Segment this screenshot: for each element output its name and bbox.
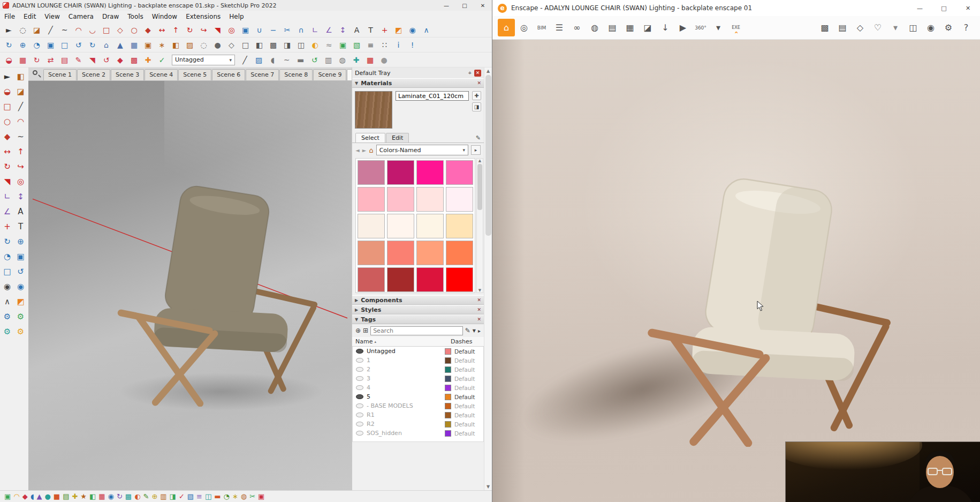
front-view-icon[interactable]: ⌂ (100, 38, 113, 51)
tags-search-input[interactable] (370, 326, 463, 335)
next-view-icon[interactable]: ↻ (86, 38, 99, 51)
x-ray-icon[interactable]: ◫ (294, 38, 308, 51)
visibility-eye-icon[interactable] (356, 394, 363, 399)
tag-color-swatch[interactable] (445, 430, 451, 437)
scroll-thumb[interactable] (485, 75, 491, 236)
back-arrow-icon[interactable]: ◄ (355, 147, 360, 153)
tags-close-icon[interactable]: ✕ (477, 317, 481, 322)
projected-texture-icon[interactable]: ▤ (58, 53, 71, 66)
arc-tool-icon[interactable]: ◠ (72, 23, 85, 36)
extension-icon[interactable]: ◆ (22, 492, 28, 500)
previous-view-icon[interactable]: ↺ (14, 264, 27, 279)
minimize-button[interactable]: — (908, 0, 932, 16)
chevron-down-icon[interactable]: ▼ (355, 317, 358, 322)
materials-section-header[interactable]: ▼ Materials ✕ (352, 78, 484, 88)
color-swatch[interactable] (358, 241, 385, 265)
solid-inspector-icon[interactable]: ◍ (336, 53, 349, 66)
enscape-titlebar[interactable]: e Enscape - ADALYN LOUNGE CHAIR (SWAN) L… (492, 0, 980, 16)
create-material-button[interactable]: ✚ (472, 91, 481, 100)
purge-tags-icon[interactable]: ✎ (465, 327, 470, 334)
color-swatch[interactable] (416, 214, 444, 238)
tag-color-swatch[interactable] (445, 421, 451, 428)
visibility-eye-icon[interactable] (356, 376, 363, 381)
iso-view-icon[interactable]: ▲ (113, 38, 127, 51)
clean-up-icon[interactable]: ✚ (350, 53, 363, 66)
menu-item[interactable]: Draw (98, 13, 123, 20)
model-stats-icon[interactable]: ▥ (322, 53, 335, 66)
color-swatch[interactable] (446, 187, 473, 212)
close-button[interactable]: ✕ (474, 0, 492, 11)
swatch-scrollbar[interactable]: ▲ ▼ (476, 158, 483, 293)
curic-align-icon[interactable]: ⚙ (1, 309, 14, 324)
model-viewport[interactable] (28, 81, 352, 490)
fog-icon[interactable]: ≈ (322, 38, 336, 51)
offset-tool-icon[interactable]: ◎ (225, 23, 238, 36)
look-around-icon[interactable]: ◉ (406, 23, 419, 36)
minimize-button[interactable]: — (437, 0, 455, 11)
scale-tool-icon[interactable]: ◥ (1, 174, 14, 189)
tab-edit[interactable]: Edit (386, 133, 409, 143)
solid-intersect-icon[interactable]: ∩ (294, 23, 308, 36)
three-d-text-icon[interactable]: T (364, 23, 377, 36)
scene-tab[interactable]: Scene 2 (77, 69, 110, 80)
tag-dashes[interactable]: Default (454, 403, 480, 409)
solid-union-icon[interactable]: ∪ (253, 23, 266, 36)
scene-tab[interactable]: Scene 3 (111, 69, 144, 80)
color-swatch[interactable] (416, 160, 444, 185)
close-button[interactable]: ✕ (956, 0, 980, 16)
tag-dashes[interactable]: Default (454, 385, 480, 391)
menu-item[interactable]: Help (225, 13, 248, 20)
general-settings-icon[interactable]: ⚙ (940, 19, 957, 36)
text-tool-icon[interactable]: A (350, 23, 363, 36)
pin-icon[interactable]: ⌖ (468, 70, 472, 77)
material-options-button[interactable]: ◨ (472, 102, 481, 111)
filter-icon[interactable]: ▼ (473, 328, 476, 333)
extension-icon[interactable]: ◫ (205, 492, 211, 500)
scene-tab[interactable]: Scene 1 (43, 69, 77, 80)
tag-dashes[interactable]: Default (454, 366, 480, 373)
visual-settings-icon[interactable]: ◉ (922, 19, 939, 36)
extension-icon[interactable]: ▣ (4, 492, 11, 500)
color-swatch[interactable] (416, 267, 444, 292)
extension-icon[interactable]: ▣ (258, 492, 264, 500)
scene-tab[interactable]: Scene 5 (178, 69, 211, 80)
chevron-right-icon[interactable]: ▶ (355, 298, 358, 303)
menu-item[interactable]: Extensions (181, 13, 225, 20)
purge-unused-icon[interactable]: ↺ (308, 53, 321, 66)
color-swatch[interactable] (387, 187, 414, 212)
visibility-eye-icon[interactable] (356, 403, 363, 408)
styles-icon[interactable]: ▣ (336, 38, 350, 51)
lasso-select-icon[interactable]: ◌ (16, 23, 29, 36)
screenshot-export-icon[interactable]: ↓ (657, 19, 674, 36)
make-unique-icon[interactable]: ◆ (113, 53, 127, 66)
menu-item[interactable]: Window (148, 13, 181, 20)
menu-item[interactable]: Tools (123, 13, 148, 20)
move-tool-icon[interactable]: ↔ (155, 23, 169, 36)
extension-icon[interactable]: ■ (54, 492, 60, 500)
tag-color-swatch[interactable] (445, 403, 451, 409)
color-swatch[interactable] (387, 267, 414, 292)
forward-arrow-icon[interactable]: ► (362, 147, 367, 153)
scroll-thumb[interactable] (477, 164, 482, 210)
extension-icon[interactable]: ▲ (37, 492, 42, 500)
scroll-down-icon[interactable]: ▼ (478, 288, 481, 293)
menu-item[interactable]: Camera (64, 13, 98, 20)
column-dashes[interactable]: Dashes (451, 338, 481, 345)
collection-dropdown[interactable]: Colors-Named ▾ (376, 145, 468, 155)
paint-bucket-icon[interactable]: ◒ (1, 84, 14, 99)
tag-check-icon[interactable]: ✓ (155, 53, 169, 66)
tag-row[interactable]: 4 Default (353, 383, 483, 392)
extension-icon[interactable]: ◧ (89, 492, 96, 500)
entity-info-icon[interactable]: i (392, 38, 405, 51)
section-plane-icon[interactable]: ◩ (14, 294, 27, 309)
video-export-icon[interactable]: ▶ (674, 19, 692, 36)
bim-mode-icon[interactable]: BIM (533, 19, 550, 36)
extension-icon[interactable]: ∗ (232, 492, 238, 500)
axes-tool-icon[interactable]: + (1, 219, 14, 234)
materials-close-icon[interactable]: ✕ (477, 80, 481, 86)
visibility-eye-icon[interactable] (356, 385, 363, 390)
extension-icon[interactable]: ◔ (224, 492, 230, 500)
tray-scrollbar[interactable]: ▲ ▼ (484, 68, 492, 490)
move-tool-icon[interactable]: ↔ (1, 144, 14, 159)
material-thumbnail[interactable] (355, 91, 392, 129)
